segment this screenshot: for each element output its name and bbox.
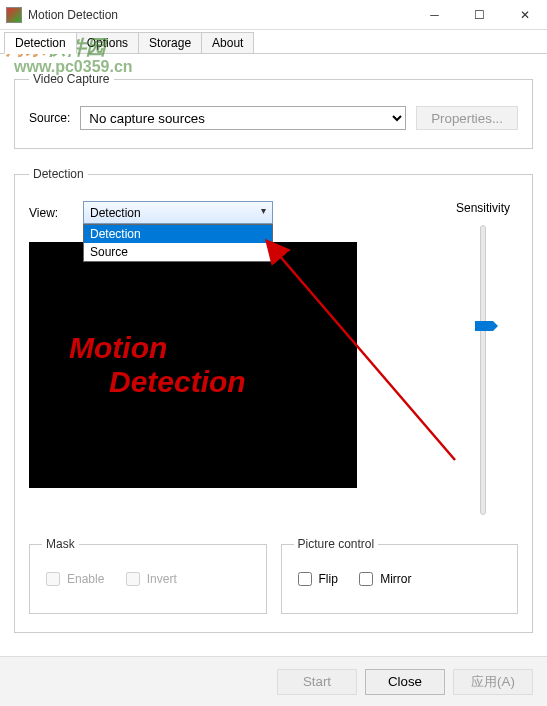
title-bar: Motion Detection ─ ☐ ✕	[0, 0, 547, 30]
view-label: View:	[29, 206, 73, 220]
view-option-source[interactable]: Source	[84, 243, 272, 261]
mirror-checkbox[interactable]: Mirror	[355, 569, 411, 589]
flip-checkbox[interactable]: Flip	[294, 569, 338, 589]
picture-control-legend: Picture control	[294, 537, 379, 551]
preview-area: Motion Detection	[29, 242, 357, 488]
view-dropdown: Detection Source	[83, 224, 273, 262]
mask-invert-input[interactable]	[126, 572, 140, 586]
tab-options[interactable]: Options	[76, 32, 139, 53]
window-title: Motion Detection	[28, 8, 412, 22]
view-option-detection[interactable]: Detection	[84, 225, 272, 243]
dialog-footer: Start Close 应用(A)	[0, 656, 547, 706]
flip-input[interactable]	[298, 572, 312, 586]
mask-invert-checkbox[interactable]: Invert	[122, 569, 177, 589]
app-icon	[6, 7, 22, 23]
view-select[interactable]: Detection	[83, 201, 273, 224]
tab-bar: Detection Options Storage About	[0, 30, 547, 54]
picture-control-group: Picture control Flip Mirror	[281, 537, 519, 614]
mask-enable-input[interactable]	[46, 572, 60, 586]
source-select[interactable]: No capture sources	[80, 106, 406, 130]
detection-legend: Detection	[29, 167, 88, 181]
close-button[interactable]: Close	[365, 669, 445, 695]
minimize-button[interactable]: ─	[412, 0, 457, 30]
properties-button[interactable]: Properties...	[416, 106, 518, 130]
sensitivity-slider[interactable]	[480, 225, 486, 515]
tab-about[interactable]: About	[201, 32, 254, 53]
video-capture-legend: Video Capture	[29, 72, 114, 86]
mask-enable-checkbox[interactable]: Enable	[42, 569, 104, 589]
preview-text-line2: Detection	[39, 365, 357, 399]
start-button[interactable]: Start	[277, 669, 357, 695]
source-label: Source:	[29, 111, 70, 125]
mirror-input[interactable]	[359, 572, 373, 586]
detection-group: Detection View: Detection Detection Sour…	[14, 167, 533, 633]
tab-detection[interactable]: Detection	[4, 32, 77, 54]
tab-storage[interactable]: Storage	[138, 32, 202, 53]
preview-text-line1: Motion	[39, 331, 357, 365]
mask-group: Mask Enable Invert	[29, 537, 267, 614]
close-window-button[interactable]: ✕	[502, 0, 547, 30]
tab-content: Video Capture Source: No capture sources…	[0, 54, 547, 661]
sensitivity-thumb[interactable]	[475, 321, 493, 331]
maximize-button[interactable]: ☐	[457, 0, 502, 30]
view-select-value: Detection	[90, 206, 141, 220]
video-capture-group: Video Capture Source: No capture sources…	[14, 72, 533, 149]
apply-button[interactable]: 应用(A)	[453, 669, 533, 695]
sensitivity-label: Sensitivity	[448, 201, 518, 215]
mask-legend: Mask	[42, 537, 79, 551]
